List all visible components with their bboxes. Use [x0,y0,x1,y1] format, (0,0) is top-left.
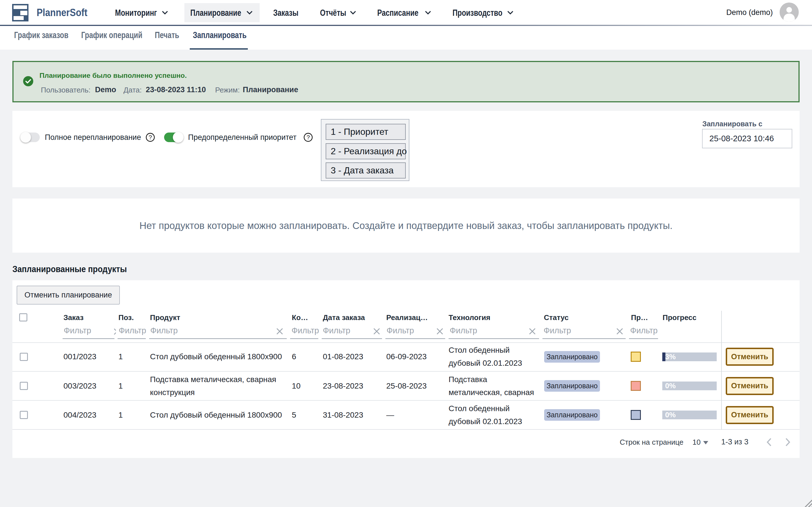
svg-text:?: ? [149,134,152,140]
svg-text:?: ? [306,134,310,140]
